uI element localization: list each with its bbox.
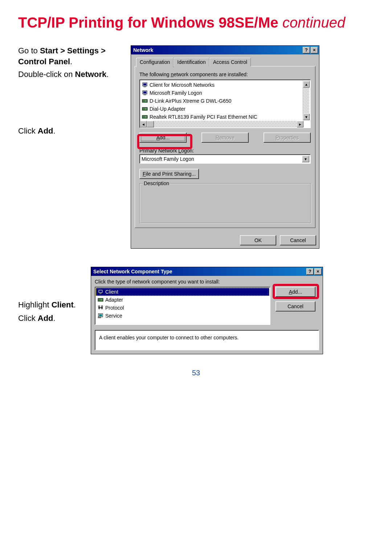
list-item-label: Realtek RTL8139 Family PCI Fast Ethernet… (150, 114, 257, 120)
service-icon (97, 313, 104, 319)
scroll-up-button[interactable]: ▲ (303, 81, 310, 87)
scroll-right-button[interactable]: ► (297, 121, 303, 127)
list-item-label: Dial-Up Adapter (150, 106, 185, 112)
page-number: 53 (18, 369, 374, 377)
list-item-label: Adapter (105, 297, 123, 303)
add-button[interactable]: Add... (275, 287, 315, 297)
remove-button[interactable]: Remove (201, 132, 249, 143)
list-item[interactable]: Protocol (96, 304, 269, 312)
title-continued: continued (282, 15, 345, 30)
window-title: Network (133, 47, 302, 53)
h-scroll-thumb[interactable] (147, 121, 154, 127)
list-item[interactable]: D-Link AirPlus Xtreme G DWL-G650 (140, 97, 310, 105)
file-print-sharing-button[interactable]: File and Print Sharing... (139, 169, 199, 179)
tab-identification[interactable]: Identification (173, 58, 209, 66)
list-item[interactable]: Service (96, 312, 269, 320)
tab-access-control[interactable]: Access Control (209, 58, 251, 66)
component-description: A client enables your computer to connec… (95, 330, 319, 350)
scroll-down-button[interactable]: ▼ (303, 114, 310, 120)
properties-button[interactable]: Properties (264, 132, 311, 143)
cancel-button[interactable]: Cancel (280, 235, 316, 245)
v-scrollbar[interactable]: ▲ ▼ (303, 81, 309, 120)
close-button[interactable]: × (311, 47, 318, 53)
description-groupbox: Description (139, 183, 311, 223)
list-item-label: Client for Microsoft Networks (150, 82, 215, 88)
list-item[interactable]: Client (96, 288, 269, 296)
network-dialog: Network ? × Configuration Identification… (131, 45, 319, 249)
close-button[interactable]: × (314, 268, 322, 275)
client-icon (142, 90, 148, 96)
list-item-label: Client (105, 289, 118, 295)
adapter-icon (142, 106, 148, 112)
instructions-block-2: Highlight Client. Click Add. (18, 267, 83, 326)
list-item-label: Protocol (105, 305, 124, 311)
titlebar[interactable]: Select Network Component Type ? × (91, 267, 323, 276)
add-button[interactable]: Add... (139, 132, 187, 143)
client-icon (142, 82, 148, 88)
titlebar[interactable]: Network ? × (131, 46, 319, 54)
list-item-label: Service (105, 313, 122, 319)
help-button[interactable]: ? (303, 47, 310, 53)
primary-logon-combo[interactable]: Microsoft Family Logon ▼ (139, 154, 311, 164)
list-item[interactable]: Client for Microsoft Networks (140, 81, 310, 89)
list-item-label: Microsoft Family Logon (150, 90, 202, 96)
page-title: TCP/IP Printing for Windows 98SE/Me cont… (18, 15, 374, 31)
help-button[interactable]: ? (306, 268, 314, 275)
cancel-button[interactable]: Cancel (275, 301, 315, 311)
list-item[interactable]: Adapter (96, 296, 269, 304)
select-component-dialog: Select Network Component Type ? × Click … (91, 267, 323, 354)
title-main: TCP/IP Printing for Windows 98SE/Me (18, 15, 282, 30)
scroll-left-button[interactable]: ◄ (140, 121, 147, 127)
adapter-icon (142, 98, 148, 104)
h-scrollbar[interactable]: ◄ ► (140, 121, 303, 127)
ok-button[interactable]: OK (240, 235, 276, 245)
list-item[interactable]: Realtek RTL8139 Family PCI Fast Ethernet… (140, 113, 310, 121)
primary-logon-label: Primary Network Logon: (139, 148, 311, 154)
list-item-label: D-Link AirPlus Xtreme G DWL-G650 (150, 98, 232, 104)
adapter-icon (142, 114, 148, 120)
instructions-block-1: Go to Start > Settings > Control Panel. … (18, 45, 120, 139)
component-type-listbox[interactable]: ClientAdapterProtocolService (95, 287, 270, 325)
chevron-down-icon[interactable]: ▼ (302, 156, 309, 162)
select-prompt: Click the type of network component you … (95, 279, 319, 285)
list-item[interactable]: Microsoft Family Logon (140, 89, 310, 97)
tab-strip: Configuration Identification Access Cont… (135, 58, 315, 66)
adapter-icon (97, 297, 104, 303)
protocol-icon (97, 305, 104, 311)
window-title: Select Network Component Type (93, 269, 306, 274)
client-icon (97, 289, 104, 295)
installed-components-label: The following network components are ins… (139, 72, 311, 77)
list-item[interactable]: Dial-Up Adapter (140, 105, 310, 113)
description-legend: Description (143, 180, 170, 186)
components-listbox[interactable]: Client for Microsoft NetworksMicrosoft F… (139, 79, 311, 128)
tab-configuration[interactable]: Configuration (136, 58, 173, 67)
